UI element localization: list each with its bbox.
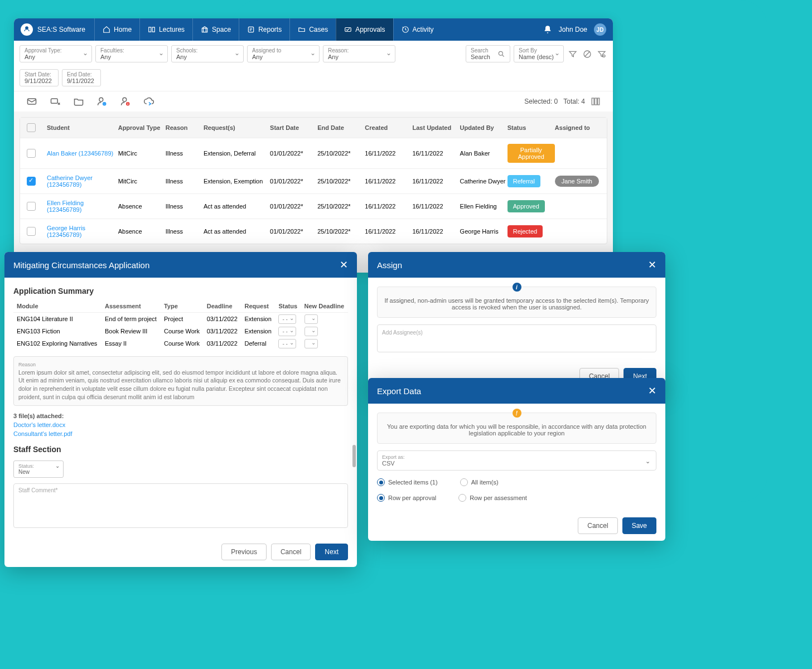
filter-search[interactable]: SearchSearch: [466, 45, 510, 62]
user-remove-icon[interactable]: [120, 96, 131, 107]
bell-icon[interactable]: [543, 25, 552, 34]
table-row[interactable]: Catherine Dwyer (123456789)MitCircIllnes…: [20, 168, 607, 193]
radio-row-per-assessment[interactable]: Row per assessment: [458, 494, 527, 502]
radio-selected-items[interactable]: Selected items (1): [377, 478, 438, 486]
svg-rect-0: [248, 27, 253, 32]
status-badge: Referral: [508, 175, 540, 187]
user-name[interactable]: John Doe: [559, 26, 587, 33]
status-mini-select[interactable]: - -: [278, 339, 296, 348]
column-header[interactable]: Last Updated: [412, 124, 460, 131]
student-link[interactable]: George Harris (123456789): [47, 225, 118, 238]
table-row[interactable]: Ellen Fielding (123456789)AbsenceIllness…: [20, 193, 607, 219]
attachment-link[interactable]: Doctor's letter.docx: [13, 421, 348, 428]
mail-x-icon[interactable]: [50, 96, 61, 107]
next-button[interactable]: Next: [315, 544, 348, 560]
radio-row-per-approval[interactable]: Row per approval: [377, 494, 436, 502]
export-as-select[interactable]: Export as: CSV: [377, 450, 656, 471]
column-header[interactable]: Student: [47, 124, 118, 131]
previous-button[interactable]: Previous: [221, 544, 267, 560]
reason-box: Reason Lorem ipsum dolor sit amet, conse…: [13, 356, 348, 406]
filter-start-date[interactable]: Start Date:9/11/2022: [20, 69, 59, 86]
row-checkbox[interactable]: [27, 202, 36, 211]
warning-icon: !: [513, 409, 521, 418]
close-icon[interactable]: ✕: [340, 259, 348, 271]
close-icon[interactable]: ✕: [648, 259, 656, 271]
nav-reports[interactable]: Reports: [239, 18, 289, 41]
filter-icon[interactable]: [567, 49, 578, 60]
mitigating-circumstances-modal: Mitigating Circumstances Application ✕ A…: [4, 252, 357, 567]
user-avatar[interactable]: JD: [594, 23, 606, 36]
nav-activity[interactable]: Activity: [393, 18, 442, 41]
nav-space[interactable]: Space: [192, 18, 239, 41]
table-row[interactable]: George Harris (123456789)AbsenceIllnessA…: [20, 219, 607, 244]
column-header: Request: [241, 300, 276, 313]
staff-section-heading: Staff Section: [13, 445, 348, 454]
column-header[interactable]: Reason: [166, 124, 204, 131]
row-checkbox[interactable]: [27, 149, 36, 158]
radio-all-items[interactable]: All item(s): [460, 478, 499, 486]
deadline-mini-select[interactable]: [304, 314, 318, 324]
mail-icon[interactable]: [26, 96, 37, 107]
modal-title: Export Data: [377, 386, 421, 396]
svg-point-3: [499, 51, 502, 55]
clear-filter-icon[interactable]: [582, 49, 593, 60]
column-header[interactable]: Start Date: [270, 124, 317, 131]
column-header[interactable]: Assigned to: [555, 124, 602, 131]
column-header: Type: [161, 300, 204, 313]
deadline-mini-select[interactable]: [304, 327, 318, 336]
column-header[interactable]: End Date: [317, 124, 365, 131]
scrollbar-thumb[interactable]: [352, 445, 356, 467]
columns-icon[interactable]: [591, 96, 601, 106]
status-badge: Partially Approved: [508, 144, 555, 163]
column-header[interactable]: Approval Type: [118, 124, 166, 131]
assignee-input[interactable]: Add Assignee(s): [377, 324, 656, 352]
svg-rect-14: [598, 98, 600, 105]
cancel-button[interactable]: Cancel: [578, 517, 617, 534]
filter-settings-icon[interactable]: [596, 49, 607, 60]
student-link[interactable]: Catherine Dwyer (123456789): [47, 174, 118, 188]
attachments-label: 3 file(s) attached:: [13, 413, 64, 419]
row-checkbox[interactable]: [27, 177, 36, 186]
close-icon[interactable]: ✕: [648, 385, 656, 397]
total-count: Total: 4: [563, 98, 585, 105]
filter-reason[interactable]: Reason:Any: [323, 45, 395, 62]
status-mini-select[interactable]: - -: [278, 314, 296, 324]
modal-title: Assign: [377, 260, 402, 270]
nav-approvals[interactable]: Approvals: [336, 18, 393, 41]
cloud-export-icon[interactable]: [143, 96, 154, 107]
column-header[interactable]: Updated By: [460, 124, 508, 131]
nav-cases[interactable]: Cases: [289, 18, 336, 41]
info-icon: i: [513, 283, 521, 292]
filter-sort-by[interactable]: Sort ByName (desc): [514, 45, 564, 62]
brand-logo[interactable]: SEA:S Software: [21, 23, 85, 36]
cancel-button[interactable]: Cancel: [271, 544, 311, 560]
filter-faculties[interactable]: Faculties:Any: [95, 45, 168, 62]
attachment-link[interactable]: Consultant's letter.pdf: [13, 430, 348, 437]
top-nav: SEA:S Software HomeLecturesSpaceReportsC…: [14, 18, 613, 41]
svg-point-8: [99, 98, 103, 101]
column-header[interactable]: Request(s): [204, 124, 270, 131]
column-header[interactable]: Status: [508, 124, 555, 131]
export-modal: Export Data ✕ ! You are exporting data f…: [368, 378, 665, 541]
filter-assigned-to[interactable]: Assigned toAny: [247, 45, 320, 62]
row-checkbox[interactable]: [27, 227, 36, 236]
student-link[interactable]: Ellen Fielding (123456789): [47, 200, 118, 213]
nav-home[interactable]: Home: [94, 18, 139, 41]
filter-schools[interactable]: Schools:Any: [171, 45, 244, 62]
table-row[interactable]: Alan Baker (123456789)MitCircIllnessExte…: [20, 138, 607, 168]
deadline-mini-select[interactable]: [304, 339, 318, 348]
student-link[interactable]: Alan Baker (123456789): [47, 150, 118, 157]
column-header[interactable]: Created: [365, 124, 412, 131]
nav-lectures[interactable]: Lectures: [139, 18, 192, 41]
assignee-pill: Jane Smith: [555, 176, 599, 187]
filter-approval-type[interactable]: Approval Type:Any: [20, 45, 92, 62]
status-select[interactable]: Status: New: [13, 460, 64, 478]
status-mini-select[interactable]: - -: [278, 327, 296, 336]
application-summary-table: ModuleAssessmentTypeDeadlineRequestStatu…: [13, 300, 348, 350]
staff-comment-input[interactable]: Staff Comment*: [13, 483, 348, 528]
filter-end-date[interactable]: End Date:9/11/2022: [62, 69, 101, 86]
folder-icon[interactable]: [73, 96, 84, 107]
select-all-checkbox[interactable]: [27, 123, 36, 132]
save-button[interactable]: Save: [622, 517, 656, 534]
user-add-icon[interactable]: [96, 96, 108, 107]
